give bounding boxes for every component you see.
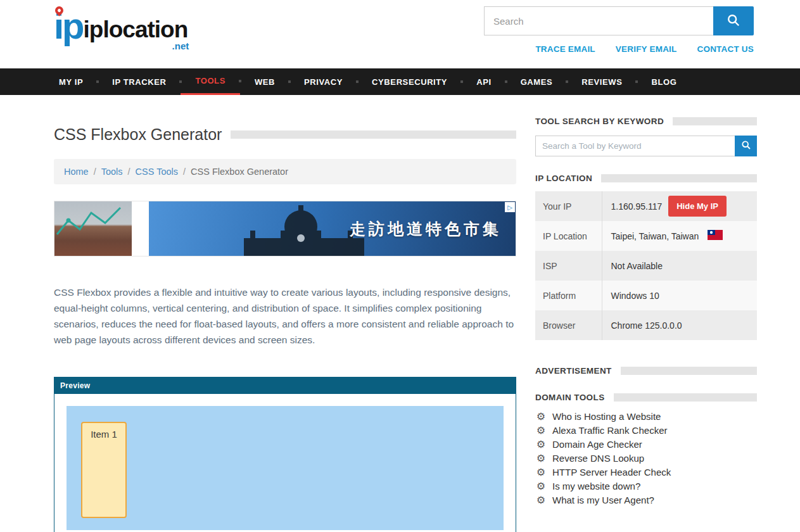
breadcrumb-home[interactable]: Home [64, 167, 89, 177]
breadcrumb-tools[interactable]: Tools [101, 167, 123, 177]
list-item[interactable]: ⚙ HTTP Server Header Check [535, 467, 757, 478]
list-item[interactable]: ⚙ What is my User Agent? [535, 495, 757, 505]
nav-item-privacy[interactable]: PRIVACY [289, 68, 357, 95]
list-item[interactable]: ⚙ Who is Hosting a Website [535, 411, 757, 422]
preview-header: Preview [54, 377, 516, 394]
advertisement-heading: ADVERTISEMENT [535, 366, 612, 376]
domain-tool-link[interactable]: Reverse DNS Lookup [552, 453, 644, 464]
domain-tool-link[interactable]: Domain Age Checker [552, 439, 642, 450]
domain-tool-link[interactable]: Alexa Traffic Rank Checker [552, 425, 667, 436]
row-label: Platform [535, 281, 602, 310]
row-label: ISP [535, 251, 602, 281]
gear-icon: ⚙ [535, 412, 547, 422]
top-header: ip iplocation .net TRACE EMAIL VERIFY EM… [0, 0, 800, 68]
flex-preview-container: Item 1 [67, 406, 504, 530]
hide-my-ip-button[interactable]: Hide My IP [668, 196, 727, 217]
trace-email-link[interactable]: TRACE EMAIL [535, 44, 595, 54]
search-icon [727, 13, 740, 29]
main-nav: MY IP IP TRACKER TOOLS WEB PRIVACY CYBER… [0, 68, 800, 95]
preview-title: Preview [60, 381, 90, 390]
domain-tools-heading: DOMAIN TOOLS [535, 393, 605, 402]
domain-tool-link[interactable]: HTTP Server Header Check [552, 467, 671, 478]
gear-icon: ⚙ [535, 467, 547, 478]
header-links: TRACE EMAIL VERIFY EMAIL CONTACT US [535, 44, 754, 54]
tool-search-input[interactable] [535, 136, 735, 156]
adchoices-icon[interactable]: ▷ [505, 202, 515, 212]
intro-paragraph: CSS Flexbox provides a flexible and intu… [54, 284, 516, 348]
nav-item-blog[interactable]: BLOG [637, 68, 691, 95]
table-row: Platform Windows 10 [535, 281, 757, 310]
domain-tools-list: ⚙ Who is Hosting a Website ⚙ Alexa Traff… [535, 411, 757, 505]
platform-value: Windows 10 [602, 281, 757, 310]
tool-search-button[interactable] [735, 136, 757, 156]
browser-value: Chrome 125.0.0.0 [602, 310, 757, 340]
site-search [484, 6, 754, 35]
verify-email-link[interactable]: VERIFY EMAIL [616, 44, 677, 54]
table-row: Browser Chrome 125.0.0.0 [535, 310, 757, 340]
ip-location-heading: IP LOCATION [535, 174, 592, 183]
table-row: IP Location Taipei, Taiwan, Taiwan [535, 221, 757, 251]
row-label: IP Location [535, 221, 602, 251]
ad-banner[interactable]: 走訪地道特色市集 ▷ [54, 201, 516, 256]
tool-search [535, 136, 757, 156]
nav-item-reviews[interactable]: REVIEWS [567, 68, 637, 95]
preview-body: Item 1 [54, 394, 516, 532]
logo-word: iplocation [84, 18, 188, 41]
gear-icon: ⚙ [535, 453, 547, 464]
list-item[interactable]: ⚙ Alexa Traffic Rank Checker [535, 425, 757, 436]
site-search-input[interactable] [484, 6, 713, 35]
list-item[interactable]: ⚙ Is my website down? [535, 481, 757, 491]
search-icon [741, 140, 751, 152]
page-title: CSS Flexbox Generator [54, 125, 222, 144]
logo-tld: .net [172, 41, 189, 51]
title-decoration-bar [231, 130, 516, 139]
breadcrumb-css-tools[interactable]: CSS Tools [136, 167, 178, 177]
row-label: Your IP [535, 191, 602, 221]
table-row: Your IP 1.160.95.117 Hide My IP [535, 191, 757, 221]
breadcrumb-current: CSS Flexbox Generator [191, 167, 288, 177]
ad-main-image: 走訪地道特色市集 ▷ [149, 201, 516, 256]
gear-icon: ⚙ [535, 426, 547, 436]
gear-icon: ⚙ [535, 495, 547, 505]
domain-tool-link[interactable]: Who is Hosting a Website [552, 411, 661, 422]
ad-text: 走訪地道特色市集 [350, 218, 502, 239]
nav-item-web[interactable]: WEB [240, 68, 289, 95]
isp-value: Not Available [602, 251, 757, 281]
gear-icon: ⚙ [535, 481, 547, 491]
ip-location-table: Your IP 1.160.95.117 Hide My IP IP Locat… [535, 191, 757, 340]
breadcrumb: Home/ Tools/ CSS Tools/ CSS Flexbox Gene… [54, 159, 516, 184]
nav-item-tools[interactable]: TOOLS [181, 68, 240, 95]
contact-us-link[interactable]: CONTACT US [697, 44, 754, 54]
heading-decoration-bar [614, 393, 757, 402]
list-item[interactable]: ⚙ Reverse DNS Lookup [535, 453, 757, 464]
table-row: ISP Not Available [535, 251, 757, 281]
nav-item-api[interactable]: API [462, 68, 505, 95]
ad-photo-image [54, 201, 132, 256]
gear-icon: ⚙ [535, 440, 547, 450]
domain-tool-link[interactable]: What is my User Agent? [552, 495, 654, 505]
domain-tool-link[interactable]: Is my website down? [552, 481, 640, 491]
tool-search-heading: TOOL SEARCH BY KEYWORD [535, 117, 664, 126]
site-logo[interactable]: ip iplocation .net [54, 10, 187, 41]
list-item[interactable]: ⚙ Domain Age Checker [535, 439, 757, 450]
taiwan-flag-icon [708, 230, 723, 242]
your-ip-value: 1.160.95.117 [611, 201, 663, 212]
ad-gap [132, 201, 149, 256]
flex-preview-item-1: Item 1 [81, 422, 127, 518]
nav-item-cybersecurity[interactable]: CYBERSECURITY [357, 68, 462, 95]
heading-decoration-bar [601, 174, 757, 182]
nav-item-my-ip[interactable]: MY IP [44, 68, 98, 95]
ip-location-value: Taipei, Taiwan, Taiwan [611, 231, 699, 241]
preview-panel: Preview Item 1 [54, 377, 516, 532]
nav-item-ip-tracker[interactable]: IP TRACKER [98, 68, 181, 95]
site-search-button[interactable] [713, 6, 754, 35]
heading-decoration-bar [673, 117, 757, 125]
heading-decoration-bar [621, 367, 757, 375]
nav-item-games[interactable]: GAMES [506, 68, 568, 95]
row-label: Browser [535, 310, 602, 340]
